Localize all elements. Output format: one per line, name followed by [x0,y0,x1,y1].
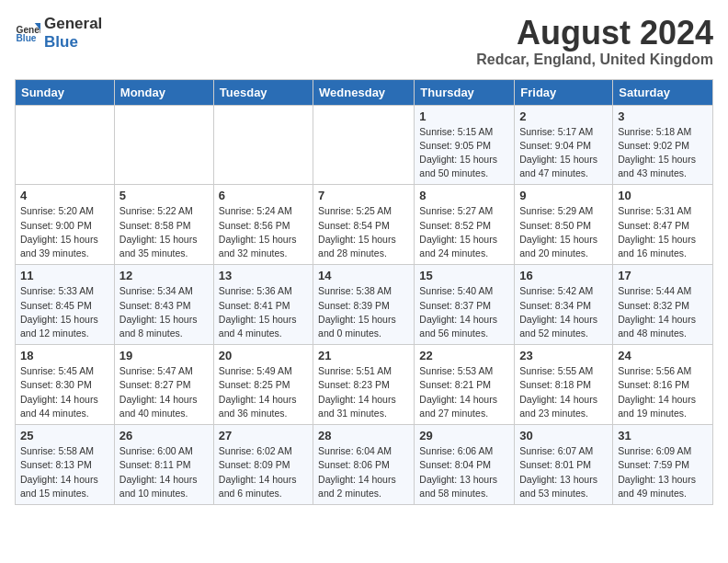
day-number: 4 [20,189,109,202]
calendar-cell: 22Sunrise: 5:53 AM Sunset: 8:21 PM Dayli… [415,345,515,425]
day-number: 17 [618,269,708,282]
week-row-5: 25Sunrise: 5:58 AM Sunset: 8:13 PM Dayli… [16,425,713,505]
column-header-monday: Monday [114,79,213,105]
calendar-cell: 11Sunrise: 5:33 AM Sunset: 8:45 PM Dayli… [16,265,115,345]
day-number: 9 [519,189,608,202]
calendar-cell: 2Sunrise: 5:17 AM Sunset: 9:04 PM Daylig… [515,105,613,185]
day-number: 18 [20,349,109,362]
column-header-friday: Friday [515,79,613,105]
calendar-cell: 5Sunrise: 5:22 AM Sunset: 8:58 PM Daylig… [114,185,213,265]
day-number: 30 [519,429,608,442]
calendar-cell: 18Sunrise: 5:45 AM Sunset: 8:30 PM Dayli… [16,345,115,425]
day-number: 19 [119,349,209,362]
day-number: 6 [219,189,308,202]
svg-text:Blue: Blue [17,34,37,44]
calendar-cell [213,105,313,185]
calendar-cell: 17Sunrise: 5:44 AM Sunset: 8:32 PM Dayli… [613,265,713,345]
column-header-wednesday: Wednesday [313,79,415,105]
day-info: Sunrise: 6:04 AM Sunset: 8:06 PM Dayligh… [318,444,409,500]
column-header-tuesday: Tuesday [213,79,313,105]
week-row-3: 11Sunrise: 5:33 AM Sunset: 8:45 PM Dayli… [16,265,713,345]
calendar-cell: 16Sunrise: 5:42 AM Sunset: 8:34 PM Dayli… [515,265,613,345]
day-number: 16 [519,269,608,282]
day-number: 23 [519,349,608,362]
day-info: Sunrise: 5:40 AM Sunset: 8:37 PM Dayligh… [419,284,509,340]
column-header-sunday: Sunday [16,79,115,105]
day-number: 21 [318,349,409,362]
day-info: Sunrise: 6:09 AM Sunset: 7:59 PM Dayligh… [618,444,708,500]
day-number: 20 [219,349,308,362]
calendar-cell: 9Sunrise: 5:29 AM Sunset: 8:50 PM Daylig… [515,185,613,265]
day-info: Sunrise: 5:38 AM Sunset: 8:39 PM Dayligh… [318,284,409,340]
day-number: 26 [119,429,209,442]
day-info: Sunrise: 5:20 AM Sunset: 9:00 PM Dayligh… [20,204,109,260]
logo-icon: General Blue [15,20,40,46]
calendar-cell: 28Sunrise: 6:04 AM Sunset: 8:06 PM Dayli… [313,425,415,505]
day-info: Sunrise: 5:58 AM Sunset: 8:13 PM Dayligh… [20,444,109,500]
day-number: 8 [419,189,509,202]
day-info: Sunrise: 5:25 AM Sunset: 8:54 PM Dayligh… [318,204,409,260]
day-number: 7 [318,189,409,202]
column-header-saturday: Saturday [613,79,713,105]
day-number: 28 [318,429,409,442]
day-info: Sunrise: 5:29 AM Sunset: 8:50 PM Dayligh… [519,204,608,260]
day-info: Sunrise: 5:47 AM Sunset: 8:27 PM Dayligh… [119,364,209,420]
calendar-cell [114,105,213,185]
day-info: Sunrise: 5:51 AM Sunset: 8:23 PM Dayligh… [318,364,409,420]
calendar-cell [16,105,115,185]
calendar-cell [313,105,415,185]
day-number: 1 [419,109,509,123]
day-number: 15 [419,269,509,282]
day-info: Sunrise: 5:33 AM Sunset: 8:45 PM Dayligh… [20,284,109,340]
month-title: August 2024 [476,15,713,52]
day-info: Sunrise: 5:45 AM Sunset: 8:30 PM Dayligh… [20,364,109,420]
day-info: Sunrise: 5:53 AM Sunset: 8:21 PM Dayligh… [419,364,509,420]
day-number: 25 [20,429,109,442]
day-number: 24 [618,349,708,362]
day-info: Sunrise: 5:22 AM Sunset: 8:58 PM Dayligh… [119,204,209,260]
calendar-cell: 1Sunrise: 5:15 AM Sunset: 9:05 PM Daylig… [415,105,515,185]
calendar-cell: 30Sunrise: 6:07 AM Sunset: 8:01 PM Dayli… [515,425,613,505]
day-number: 31 [618,429,708,442]
day-info: Sunrise: 5:15 AM Sunset: 9:05 PM Dayligh… [419,125,509,181]
day-info: Sunrise: 6:00 AM Sunset: 8:11 PM Dayligh… [119,444,209,500]
calendar-table: SundayMondayTuesdayWednesdayThursdayFrid… [15,79,713,505]
calendar-cell: 4Sunrise: 5:20 AM Sunset: 9:00 PM Daylig… [16,185,115,265]
day-number: 29 [419,429,509,442]
day-number: 12 [119,269,209,282]
logo-general-text: General [44,15,102,33]
day-info: Sunrise: 5:42 AM Sunset: 8:34 PM Dayligh… [519,284,608,340]
day-info: Sunrise: 5:27 AM Sunset: 8:52 PM Dayligh… [419,204,509,260]
day-number: 10 [618,189,708,202]
day-info: Sunrise: 6:06 AM Sunset: 8:04 PM Dayligh… [419,444,509,500]
logo: General Blue General Blue [15,15,102,52]
day-info: Sunrise: 5:36 AM Sunset: 8:41 PM Dayligh… [219,284,308,340]
day-number: 5 [119,189,209,202]
day-number: 14 [318,269,409,282]
calendar-cell: 26Sunrise: 6:00 AM Sunset: 8:11 PM Dayli… [114,425,213,505]
logo-blue-text: Blue [44,33,102,52]
day-number: 13 [219,269,308,282]
calendar-cell: 31Sunrise: 6:09 AM Sunset: 7:59 PM Dayli… [613,425,713,505]
calendar-cell: 14Sunrise: 5:38 AM Sunset: 8:39 PM Dayli… [313,265,415,345]
day-info: Sunrise: 5:31 AM Sunset: 8:47 PM Dayligh… [618,204,708,260]
day-number: 11 [20,269,109,282]
day-info: Sunrise: 5:55 AM Sunset: 8:18 PM Dayligh… [519,364,608,420]
calendar-cell: 24Sunrise: 5:56 AM Sunset: 8:16 PM Dayli… [613,345,713,425]
day-number: 27 [219,429,308,442]
calendar-cell: 27Sunrise: 6:02 AM Sunset: 8:09 PM Dayli… [213,425,313,505]
location-title: Redcar, England, United Kingdom [476,52,713,68]
calendar-cell: 19Sunrise: 5:47 AM Sunset: 8:27 PM Dayli… [114,345,213,425]
day-number: 2 [519,109,608,123]
calendar-cell: 6Sunrise: 5:24 AM Sunset: 8:56 PM Daylig… [213,185,313,265]
day-number: 3 [618,109,708,123]
page-header: General Blue General Blue August 2024 Re… [15,15,713,68]
calendar-cell: 12Sunrise: 5:34 AM Sunset: 8:43 PM Dayli… [114,265,213,345]
calendar-cell: 29Sunrise: 6:06 AM Sunset: 8:04 PM Dayli… [415,425,515,505]
calendar-cell: 3Sunrise: 5:18 AM Sunset: 9:02 PM Daylig… [613,105,713,185]
day-info: Sunrise: 5:44 AM Sunset: 8:32 PM Dayligh… [618,284,708,340]
day-info: Sunrise: 6:07 AM Sunset: 8:01 PM Dayligh… [519,444,608,500]
week-row-4: 18Sunrise: 5:45 AM Sunset: 8:30 PM Dayli… [16,345,713,425]
day-info: Sunrise: 5:17 AM Sunset: 9:04 PM Dayligh… [519,125,608,181]
week-row-1: 1Sunrise: 5:15 AM Sunset: 9:05 PM Daylig… [16,105,713,185]
